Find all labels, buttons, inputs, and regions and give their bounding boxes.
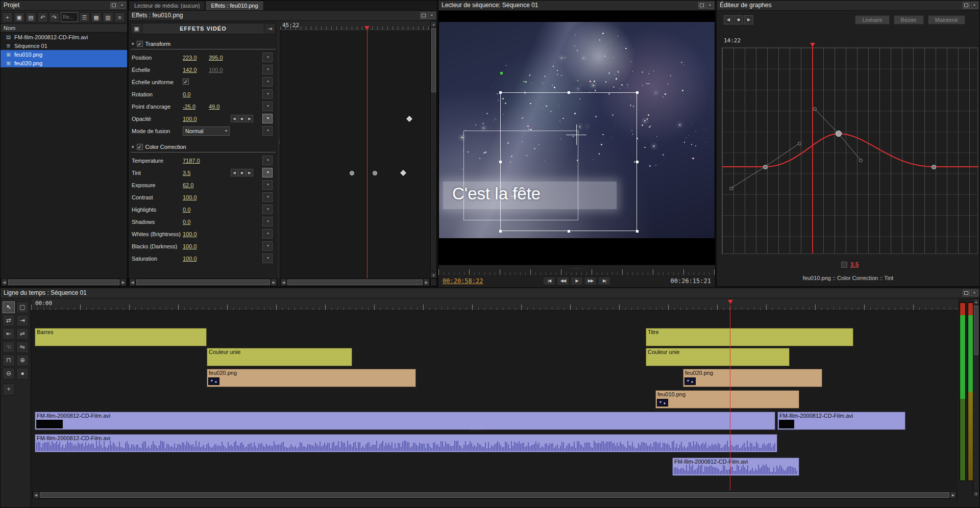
bezier-handle[interactable] [729,187,733,190]
keyframe-toggle-button[interactable]: ◆ [734,15,743,24]
param-value[interactable]: 0.0 [183,219,190,225]
gizmo-handle[interactable] [636,161,639,163]
edit-tool[interactable]: ▢ [16,301,29,313]
timeline-hscrollbar[interactable]: ◀▶ [32,491,957,499]
effect-list-icon[interactable]: ▣ [131,23,142,34]
effects-hscrollbar[interactable]: ◀▶ [129,278,278,286]
keyframe-clock-icon[interactable]: ◔ [262,126,273,136]
float-panel-icon[interactable] [420,12,427,19]
param-checkbox[interactable]: ✓ [183,79,189,85]
graph-grid[interactable] [722,47,978,254]
record-button[interactable]: ● [16,368,29,379]
effects-vscrollbar[interactable]: ▲▼ [430,21,437,278]
float-panel-icon[interactable] [698,2,705,9]
column-header-name[interactable]: Nom [1,24,127,33]
keyframe-clock-icon[interactable]: ◔ [262,65,273,74]
chevron-down-icon[interactable]: ▾ [132,41,134,46]
effect-enabled-checkbox[interactable]: ✓ [137,41,143,47]
scroll-down-icon[interactable]: ▼ [973,491,979,497]
close-panel-icon[interactable]: × [706,2,714,9]
param-value[interactable]: 100.0 [183,256,197,262]
selected-keyframe-value[interactable]: 3.5 [850,261,859,268]
scrollbar-thumb[interactable] [40,492,949,498]
keyframe-toggle-icon[interactable]: ◆ [238,169,246,176]
scrollbar-thumb[interactable] [974,306,978,355]
keyframe-clock-icon[interactable]: ◔ [262,180,273,190]
scrollbar-thumb[interactable] [136,280,270,285]
scroll-up-icon[interactable]: ▲ [431,21,436,28]
param-value[interactable]: 62.0 [183,182,193,188]
graph-keyframe[interactable] [763,165,768,169]
gizmo-rect-selection[interactable] [500,92,637,231]
add-track-button[interactable]: + [3,384,15,395]
save-project-button[interactable]: ▤ [26,12,36,22]
param-value[interactable]: 100.0 [183,243,197,249]
gizmo-green-dot[interactable] [500,72,503,74]
timeline-clip[interactable]: FM-film-2000812-CD-Film.avi [777,412,905,430]
detail-view-button[interactable]: ≡ [114,12,125,22]
keyframe-clock-icon[interactable]: ◔ [262,241,273,251]
scroll-up-icon[interactable]: ▲ [973,299,979,305]
track-divider-handle[interactable]: ····· [470,427,484,433]
hold-button[interactable]: Maintenir [928,15,965,24]
keyframe-clock-icon[interactable]: ◔ [262,114,273,123]
effect-enabled-checkbox[interactable]: ✓ [137,144,143,150]
gizmo-handle[interactable] [568,230,570,233]
scrollbar-thumb[interactable] [431,28,436,92]
param-value[interactable]: 7187.0 [183,158,200,164]
value-spin-button[interactable] [841,262,847,268]
project-hscrollbar[interactable]: ◀▶ [1,278,127,286]
close-panel-icon[interactable]: × [971,2,978,9]
keyframe-clock-icon[interactable]: ◔ [262,89,273,99]
ripple-edit-tool[interactable]: ⇤ [3,328,15,340]
timeline-clip[interactable]: Couleur unie [207,348,352,366]
gizmo-handle[interactable] [499,230,502,233]
open-project-button[interactable]: ▣ [14,12,24,22]
gizmo-handle[interactable] [499,91,502,94]
param-value[interactable]: 100.0 [183,231,197,237]
prev-keyframe-icon[interactable]: ◀ [231,169,238,176]
slip-tool[interactable]: ⇋ [16,341,29,353]
undo-button[interactable]: ↶ [37,12,48,22]
keyframe-clock-icon[interactable]: ◔ [262,253,273,263]
chevron-down-icon[interactable]: ▾ [132,144,134,149]
list-view-button[interactable]: ▥ [103,12,113,22]
param-value[interactable]: -25.0 [183,104,195,110]
keyframe-clock-icon[interactable]: ◔ [262,156,273,165]
scroll-left-icon[interactable]: ◀ [129,279,136,286]
tab-media-viewer[interactable]: Lecteur de média: (aucun) [129,1,205,10]
scroll-right-icon[interactable]: ▶ [120,279,127,286]
go-to-start-button[interactable]: |◀ [543,276,556,286]
param-value[interactable]: 395.0 [209,55,223,61]
param-value[interactable]: 142.0 [183,67,197,73]
tab-effects[interactable]: Effets : feu010.png [205,1,263,10]
scroll-left-icon[interactable]: ◀ [1,279,8,286]
param-value[interactable]: 0.0 [183,91,190,97]
new-item-button[interactable]: + [2,12,13,22]
next-keyframe-button[interactable]: ▶ [744,15,753,24]
close-panel-icon[interactable]: × [118,2,126,9]
video-frame[interactable]: C'est la fête [439,22,715,238]
param-value[interactable]: 100.0 [183,194,197,200]
keyframe-clock-icon[interactable]: ◔ [262,53,273,62]
timeline-clip[interactable]: FM-film-2000812-CD-Film.avi [35,412,775,430]
slide-tool[interactable]: ⇌ [16,328,29,340]
keyframe-timeline[interactable]: 45:22 [280,21,430,278]
scroll-left-icon[interactable]: ◀ [280,279,287,286]
keyframe-marker[interactable] [400,170,406,175]
param-value[interactable]: 100.0 [183,116,197,122]
float-panel-icon[interactable] [110,2,117,9]
timeline-clip[interactable]: Titre [646,328,853,346]
keyframe-clock-icon[interactable]: ◔ [262,229,273,239]
timeline-clip[interactable]: Couleur unie [646,348,790,366]
timeline-clip[interactable]: Barres [35,328,207,346]
anchor-crosshair[interactable] [566,124,586,145]
keyframe-clock-icon[interactable]: ◔ [262,77,273,87]
project-item[interactable]: ▣feu010.png [1,50,127,59]
float-panel-icon[interactable] [963,2,970,9]
go-to-end-button[interactable]: ▶| [598,276,611,286]
param-value[interactable]: 49.0 [209,104,219,110]
pointer-tool[interactable]: ↖ [3,301,15,313]
gizmo-handle[interactable] [636,91,639,94]
next-keyframe-icon[interactable]: ▶ [246,169,253,176]
